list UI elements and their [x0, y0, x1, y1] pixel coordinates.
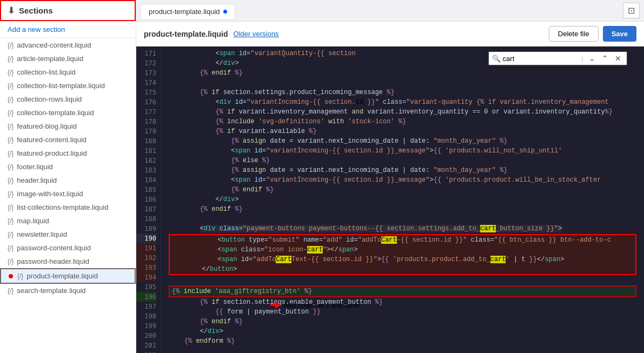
sidebar-item-featured-product[interactable]: {/} featured-product.liquid — [0, 146, 136, 160]
sidebar-item-collection-list[interactable]: {/} collection-list.liquid — [0, 65, 136, 79]
liquid-icon: {/} — [8, 55, 14, 63]
liquid-icon: {/} — [8, 150, 14, 157]
liquid-icon: {/} — [8, 109, 14, 117]
sidebar-item-password-header[interactable]: {/} password-header.liquid — [0, 255, 136, 268]
sidebar-title: Sections — [19, 6, 53, 15]
editor-filename: product-template.liquid — [144, 30, 228, 38]
download-icon: ⬇ — [8, 5, 15, 16]
liquid-icon: {/} — [8, 136, 14, 144]
sidebar-item-featured-blog[interactable]: {/} featured-blog.liquid — [0, 119, 136, 133]
sidebar-item-product-template[interactable]: {/} product-template.liquid — [0, 268, 136, 284]
liquid-icon: {/} — [8, 287, 14, 295]
main-area: product-template.liquid ⊡ product-templa… — [136, 0, 644, 353]
file-info-right: Delete file Save — [549, 26, 636, 42]
sidebar-header: ⬇ Sections — [0, 0, 136, 21]
add-section-button[interactable]: Add a new section — [0, 21, 136, 38]
tab-bar: product-template.liquid ⊡ — [136, 0, 644, 22]
liquid-icon: {/} — [8, 69, 14, 76]
active-dot — [9, 274, 13, 278]
older-versions-link[interactable]: Older versions — [234, 30, 279, 38]
sidebar-item-search-template[interactable]: {/} search-template.liquid — [0, 284, 136, 297]
liquid-icon: {/} — [8, 177, 14, 184]
sidebar-item-newsletter[interactable]: {/} newsletter.liquid — [0, 228, 136, 241]
line-gutter: 171 172 173 174 175 176 177 178 179 180 … — [136, 46, 161, 353]
liquid-icon: {/} — [8, 190, 14, 198]
modified-dot — [223, 10, 227, 14]
liquid-icon: {/} — [17, 272, 23, 280]
liquid-icon: {/} — [8, 217, 14, 225]
search-icon: 🔍 — [492, 55, 501, 63]
search-divider: | — [582, 55, 583, 63]
liquid-icon: {/} — [8, 231, 14, 238]
delete-button[interactable]: Delete file — [549, 26, 599, 42]
sidebar-item-collection-template[interactable]: {/} collection-template.liquid — [0, 106, 136, 119]
code-editor: 🔍 | ⌄ ⌃ ✕ 171 172 173 174 175 176 177 17… — [136, 46, 644, 353]
file-tab[interactable]: product-template.liquid — [141, 4, 235, 19]
sidebar-item-header[interactable]: {/} header.liquid — [0, 174, 136, 187]
liquid-icon: {/} — [8, 123, 14, 130]
save-button[interactable]: Save — [603, 26, 636, 42]
sidebar-item-collection-rows[interactable]: {/} collection-rows.liquid — [0, 92, 136, 106]
liquid-icon: {/} — [8, 163, 14, 171]
liquid-icon: {/} — [8, 258, 14, 265]
sidebar-item-image-with-text[interactable]: {/} image-with-text.liquid — [0, 187, 136, 201]
sidebar-item-article-template[interactable]: {/} article-template.liquid — [0, 52, 136, 65]
sidebar-item-password-content[interactable]: {/} password-content.liquid — [0, 241, 136, 255]
code-pre: <span id="variantQuantity-{{ section </d… — [161, 46, 644, 353]
search-close-button[interactable]: ✕ — [613, 53, 623, 64]
search-next-button[interactable]: ⌃ — [600, 53, 610, 64]
app-container: ⬇ Sections Add a new section {/} advance… — [0, 0, 644, 353]
sidebar-item-collection-list-template[interactable]: {/} collection-list-template.liquid — [0, 79, 136, 92]
sidebar-item-list-collections[interactable]: {/} list-collections-template.liquid — [0, 201, 136, 214]
expand-button[interactable]: ⊡ — [623, 3, 640, 18]
liquid-icon: {/} — [8, 42, 14, 49]
code-body[interactable]: <span id="variantQuantity-{{ section </d… — [161, 46, 644, 353]
sidebar-item-footer[interactable]: {/} footer.liquid — [0, 160, 136, 174]
sidebar-item-advanced-content[interactable]: {/} advanced-content.liquid — [0, 38, 136, 52]
liquid-icon: {/} — [8, 82, 14, 90]
sidebar-item-map[interactable]: {/} map.liquid — [0, 214, 136, 228]
liquid-icon: {/} — [8, 96, 14, 103]
sidebar-item-featured-content[interactable]: {/} featured-content.liquid — [0, 133, 136, 146]
tab-filename: product-template.liquid — [149, 8, 220, 16]
sidebar: ⬇ Sections Add a new section {/} advance… — [0, 0, 136, 353]
search-prev-button[interactable]: ⌄ — [587, 53, 597, 64]
sidebar-list: {/} advanced-content.liquid {/} article-… — [0, 38, 136, 353]
file-info-bar: product-template.liquid Older versions D… — [136, 22, 644, 46]
file-info-left: product-template.liquid Older versions — [144, 30, 278, 38]
liquid-icon: {/} — [8, 244, 14, 252]
liquid-icon: {/} — [8, 204, 14, 211]
search-overlay: 🔍 | ⌄ ⌃ ✕ — [488, 51, 628, 66]
search-input[interactable] — [503, 55, 579, 63]
